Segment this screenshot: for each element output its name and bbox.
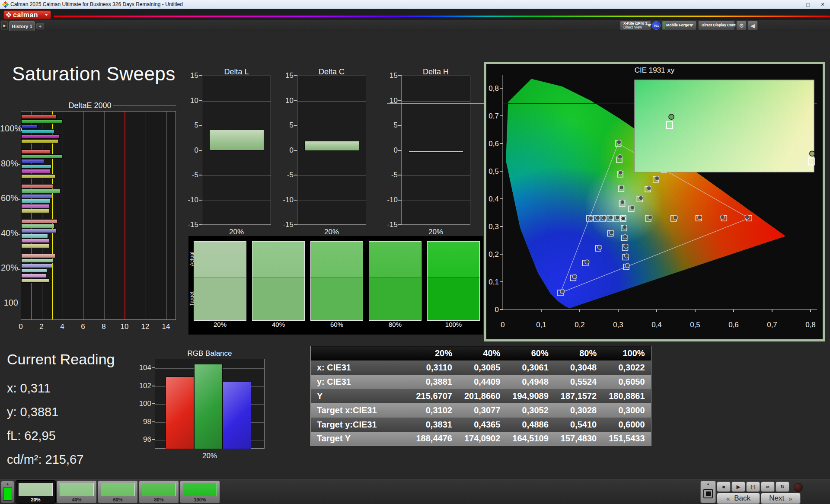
reading-fl: fL: 62,95 — [7, 424, 115, 448]
source-dropdown[interactable]: Mobile Forge — [662, 21, 696, 30]
swatch-column-80% — [369, 241, 421, 321]
deltae-bar-magenta — [21, 134, 60, 139]
actual-swatch — [427, 241, 480, 277]
row-label: Target Y — [311, 432, 410, 446]
tab-scroll-button[interactable]: ▶ — [1, 21, 8, 30]
deltae-x-tick: 4 — [56, 322, 69, 331]
calman-menu-button[interactable]: calman — [3, 10, 51, 19]
settings-gear-icon[interactable]: ⚙ — [736, 21, 747, 30]
pattern-level-100%[interactable]: 100% — [180, 480, 220, 504]
svg-text:0,7: 0,7 — [488, 112, 499, 120]
pattern-level-20%[interactable]: 20% — [16, 480, 56, 504]
bottom-bar: ▲20%40%60%80%100%▲■▶[·]∞↻«BackNext» — [0, 479, 830, 504]
axis-tick — [152, 421, 155, 422]
table-cell: 0,3077 — [458, 403, 506, 418]
delta_l-y-tick: -5 — [184, 171, 198, 179]
table-cell: 188,4476 — [410, 432, 458, 446]
table-cell: 0,3000 — [603, 403, 651, 418]
deltae-bar-green — [21, 189, 61, 193]
deltae-bar-yellow — [21, 278, 49, 283]
display-control-dropdown[interactable]: Direct Display Control — [698, 21, 735, 30]
deltae-bar-blue — [21, 159, 44, 163]
gridline — [83, 112, 84, 319]
overlay-line-green — [387, 103, 484, 104]
tab-history-1[interactable]: History 1 — [9, 21, 35, 31]
overlay-line — [143, 104, 387, 104]
next-button[interactable]: Next» — [761, 493, 801, 504]
table-cell: 0,3052 — [506, 403, 554, 418]
pattern-window-button[interactable]: ▲ — [700, 481, 716, 503]
delta_c-plot-area — [297, 76, 366, 225]
gridline — [202, 101, 271, 102]
calman-logo-text: calman — [13, 12, 38, 19]
close-icon[interactable]: ✕ — [815, 0, 830, 9]
add-tab-button[interactable]: + — [36, 23, 44, 29]
deltae-bar-red — [21, 184, 53, 188]
svg-text:0: 0 — [501, 321, 504, 329]
deltae-bar-yellow — [21, 244, 49, 248]
axis-tick — [199, 224, 202, 225]
collapse-panel-icon[interactable]: ◀ — [747, 21, 758, 30]
swatch-level-label: 80% — [369, 321, 421, 328]
deltae-plot-area — [21, 111, 176, 320]
row-label: x: CIE31 — [311, 360, 410, 375]
deltae-group-label: 100% — [0, 124, 18, 134]
stop-button[interactable]: ■ — [717, 482, 731, 492]
deltae-bar-magenta — [21, 274, 46, 278]
table-cell: 215,6707 — [410, 389, 458, 403]
table-cell: 0,5410 — [555, 418, 603, 432]
axis-tick — [152, 403, 155, 404]
deltae-bar-blue — [21, 264, 52, 268]
axis-tick — [398, 100, 402, 101]
calman-window: Calman 2025 Calman Ultimate for Business… — [0, 0, 830, 504]
interval-button[interactable]: [·] — [746, 482, 760, 492]
chevron-left-icon: « — [726, 495, 730, 502]
meter-badge[interactable]: 701 — [652, 21, 661, 30]
delta_c-y-tick: 0 — [279, 146, 294, 155]
pattern-level-80%[interactable]: 80% — [139, 480, 179, 504]
column-header: 40% — [458, 346, 506, 360]
loop-button[interactable]: ∞ — [761, 482, 775, 492]
target-swatch — [427, 277, 480, 321]
page-title: Saturation Sweeps — [12, 63, 176, 85]
chevron-down-icon — [647, 24, 651, 27]
swatch-column-20% — [194, 241, 246, 321]
play-button[interactable]: ▶ — [731, 482, 745, 492]
deltae-x-tick: 10 — [118, 322, 131, 331]
deltae-bar-cyan — [21, 164, 51, 169]
delta_h-y-tick: 5 — [383, 121, 398, 130]
meter-dropdown[interactable]: X-Rite i1Pro 3 Direct View — [620, 21, 651, 30]
pattern-level-label: 100% — [180, 497, 220, 502]
pattern-level-swatch — [142, 483, 176, 496]
maximize-icon[interactable]: ▢ — [801, 0, 815, 9]
reading-y: y: 0,3881 — [7, 400, 115, 424]
table-row: Y215,6707201,8660194,9089187,1572180,886… — [311, 389, 651, 403]
deltae-bar-yellow — [21, 174, 55, 179]
minimize-icon[interactable]: – — [786, 0, 801, 9]
axis-tick — [294, 125, 297, 126]
pattern-level-40%[interactable]: 40% — [57, 480, 97, 504]
table-cell: 151,5433 — [603, 432, 651, 446]
rgb-y-tick: 96 — [136, 435, 151, 444]
svg-text:0,2: 0,2 — [488, 250, 499, 258]
delta_l-y-tick: -10 — [184, 196, 198, 204]
pattern-color-button[interactable]: ▲ — [1, 481, 14, 503]
table-row: Target Y188,4476174,0902164,5109157,4830… — [311, 432, 651, 446]
axis-tick — [199, 125, 202, 126]
back-button[interactable]: «Back — [717, 493, 760, 504]
rgb-y-tick: 102 — [136, 382, 151, 390]
refresh-button[interactable]: ↻ — [776, 482, 789, 492]
table-cell: 0,3061 — [506, 360, 554, 375]
svg-text:0,2: 0,2 — [575, 321, 585, 329]
current-reading: Current Reading x: 0,311 y: 0,3881 fL: 6… — [7, 351, 115, 472]
deltae-bar-cyan — [21, 268, 47, 273]
delta_h-x-label: 20% — [401, 228, 470, 236]
chevron-up-icon: ▲ — [706, 481, 710, 487]
rgb-bar-blue — [223, 382, 251, 449]
delta_h-y-tick: -15 — [383, 220, 398, 229]
tab-bar: ▶ History 1 + X-Rite i1Pro 3 Direct View… — [0, 20, 830, 31]
swatch-level-label: 40% — [252, 321, 305, 328]
axis-tick — [398, 224, 402, 225]
pattern-level-60%[interactable]: 60% — [98, 480, 138, 504]
deltae-x-tick: 6 — [77, 322, 89, 331]
